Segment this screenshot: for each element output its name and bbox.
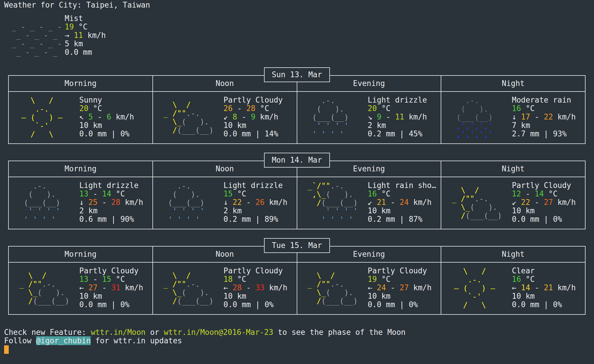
wind: ↓ 22 - 26 km/h	[224, 198, 297, 207]
light-rain-shower-icon: _`/"".-. ,\_( ). /(___(__) ' ' ' ' ' ' '…	[303, 182, 358, 224]
wind: ↙ 21 - 24 km/h	[368, 198, 441, 207]
forecast-table: MorningNoonEveningNight .-. ( ).(___(__)…	[8, 161, 586, 229]
visibility: 10 km	[79, 292, 152, 300]
wind: ↖ 5 - 6 km/h	[79, 113, 152, 121]
temperature: 16 °C	[512, 275, 585, 284]
wind: ← 27 - 31 km/h	[79, 284, 152, 292]
condition-label: Partly Cloudy	[512, 181, 585, 190]
cell-details: Partly Cloudy12 - 14 °C↙ 22 - 27 km/h10 …	[508, 177, 585, 229]
condition-label: Partly Cloudy	[79, 267, 152, 275]
page-title: Weather for City: Taipei, Taiwan	[4, 1, 594, 9]
cell-details: Light drizzle13 - 14 °C↓ 25 - 28 km/h2 k…	[75, 177, 152, 229]
partly-cloudy-icon: \ / _ /"".-. \_( ). /(___(__)	[15, 272, 69, 305]
day-section: Sun 13. Mar MorningNoonEveningNight \ / …	[8, 75, 586, 144]
column-header-night: Night	[441, 161, 585, 177]
column-header-morning: Morning	[8, 161, 153, 177]
terminal-cursor	[4, 345, 9, 354]
forecast-cell: \ / _ /"".-. \_( ). /(___(__)Partly Clou…	[153, 262, 297, 314]
condition-label: Mist	[65, 14, 106, 23]
temperature: 20 °C	[368, 104, 441, 113]
precipitation: 0.0 mm | 0%	[79, 130, 152, 138]
day-section: Tue 15. Mar MorningNoonEveningNight \ / …	[8, 246, 586, 315]
cell-details: Moderate rain16 °C↓ 17 - 22 km/h7 km2.7 …	[508, 92, 585, 143]
column-header-morning: Morning	[8, 246, 153, 262]
cell-details: Clear16 °C← 14 - 21 km/h10 km0.0 mm | 0%	[508, 263, 585, 314]
condition-label: Partly Cloudy	[224, 96, 297, 104]
forecast-cell: .-. ( ).(___(__) ' ' ' '' ' ' 'Light dri…	[297, 92, 441, 144]
precipitation: 0.0 mm | 0%	[512, 300, 585, 309]
condition-label: Light rain sho…	[368, 181, 441, 190]
cell-details: Sunny20 °C↖ 5 - 6 km/h10 km0.0 mm | 0%	[75, 92, 152, 143]
visibility: 10 km	[224, 292, 297, 300]
cell-details: Partly Cloudy26 - 28 °C↙ 8 - 9 km/h10 km…	[219, 92, 297, 143]
precipitation: 0.2 mm | 45%	[368, 130, 441, 138]
wind: ↓ 25 - 28 km/h	[79, 198, 152, 207]
temperature: 12 - 14 °C	[512, 190, 585, 198]
forecast-cell: \ / _ /"".-. \_( ). /(___(__)Partly Clou…	[153, 92, 297, 144]
precipitation: 0.0 mm | 0%	[512, 215, 585, 224]
date-label: Mon 14. Mar	[264, 153, 330, 168]
date-label: Sun 13. Mar	[264, 67, 330, 82]
precipitation: 0.0 mm | 0%	[368, 300, 441, 309]
forecast-cell: \ / .-.– ( ) – `-' / \Sunny20 °C↖ 5 - 6 …	[8, 92, 153, 144]
visibility: 10 km	[368, 207, 441, 215]
precipitation: 0.0 mm | 14%	[224, 130, 297, 138]
day-section: Mon 14. Mar MorningNoonEveningNight .-. …	[8, 161, 586, 229]
partly-cloudy-icon: \ / _ /"".-. \_( ). /(___(__)	[159, 101, 214, 135]
forecast-days: Sun 13. Mar MorningNoonEveningNight \ / …	[4, 75, 594, 315]
partly-cloudy-icon: \ / _ /"".-. \_( ). /(___(__)	[159, 272, 214, 305]
wind: ↓ 17 - 22 km/h	[512, 113, 585, 121]
visibility: 7 km	[512, 121, 585, 130]
wind: ← 14 - 21 km/h	[512, 284, 585, 292]
column-header-night: Night	[441, 75, 585, 92]
forecast-cell: \ / _ /"".-. \_( ). /(___(__)Partly Clou…	[297, 262, 441, 314]
cell-details: Light rain sho…16 °C↙ 21 - 24 km/h10 km0…	[364, 177, 441, 229]
condition-label: Moderate rain	[512, 96, 585, 104]
temperature: 16 °C	[512, 104, 585, 113]
wind: → 11 km/h	[65, 31, 106, 40]
forecast-cell: .-. ( ).(___(__)‚'‚'‚'‚'‚'‚'‚'‚'Moderate…	[441, 92, 585, 144]
sunny-icon: \ / .-.– ( ) – `-' / \	[454, 267, 495, 310]
cell-details: Partly Cloudy19 °C← 24 - 27 km/h10 km0.0…	[364, 263, 441, 314]
temperature: 19 °C	[65, 23, 106, 31]
condition-label: Light drizzle	[368, 96, 441, 104]
precipitation: 0.2 mm | 89%	[224, 215, 297, 224]
temperature: 19 °C	[368, 275, 441, 284]
temperature: 26 - 28 °C	[224, 104, 297, 113]
forecast-cell: \ / .-.– ( ) – `-' / \Clear16 °C← 14 - 2…	[441, 262, 585, 314]
current-weather-icon: _ - _ - _ - _ - _ - __ - _ - _ - _ - _ -…	[12, 14, 64, 57]
current-conditions: _ - _ - _ - _ - _ - __ - _ - _ - _ - _ -…	[4, 14, 594, 57]
current-weather-details: Mist19 °C→ 11 km/h5 km0.0 mm	[65, 14, 106, 57]
wind: ← 24 - 27 km/h	[368, 284, 441, 292]
moon-link[interactable]: wttr.in/Moon	[91, 328, 145, 337]
precipitation: 0.6 mm | 90%	[79, 215, 152, 224]
temperature: 20 °C	[79, 104, 152, 113]
sunny-icon: \ / .-.– ( ) – `-' / \	[22, 96, 63, 139]
precipitation: 0.0 mm | 0%	[79, 300, 152, 309]
wind: ← 28 - 33 km/h	[224, 284, 297, 292]
temperature: 18 °C	[224, 275, 297, 284]
forecast-cell: .-. ( ).(___(__) ' ' ' '' ' ' 'Light dri…	[8, 177, 153, 229]
condition-label: Partly Cloudy	[224, 267, 297, 275]
visibility: 10 km	[79, 121, 152, 130]
visibility: 2 km	[224, 207, 297, 215]
moon-date-link[interactable]: wttr.in/Moon@2016-Mar-23	[164, 328, 273, 337]
visibility: 10 km	[512, 207, 585, 215]
condition-label: Clear	[512, 267, 585, 275]
condition-label: Partly Cloudy	[368, 267, 441, 275]
partly-cloudy-icon: \ / _ /"".-. \_( ). /(___(__)	[303, 272, 358, 305]
visibility: 2 km	[79, 207, 152, 215]
forecast-cell: .-. ( ).(___(__) ' ' ' '' ' ' 'Light dri…	[153, 177, 297, 229]
forecast-cell: _`/"".-. ,\_( ). /(___(__) ' ' ' ' ' ' '…	[297, 177, 441, 229]
wind: ↙ 22 - 27 km/h	[512, 198, 585, 207]
condition-label: Light drizzle	[79, 181, 152, 190]
precipitation: 0.2 mm | 87%	[368, 215, 441, 224]
precipitation: 0.0 mm	[65, 48, 106, 57]
cell-details: Light drizzle15 °C↓ 22 - 26 km/h2 km0.2 …	[219, 177, 297, 229]
igor-chubin-handle[interactable]: @igor_chubin	[36, 336, 91, 345]
visibility: 10 km	[512, 292, 585, 300]
forecast-cell: \ / _ /"".-. \_( ). /(___(__)Partly Clou…	[8, 262, 153, 314]
wind: ↙ 8 - 9 km/h	[224, 113, 297, 121]
column-header-morning: Morning	[8, 75, 153, 92]
wind: ↘ 9 - 11 km/h	[368, 113, 441, 121]
